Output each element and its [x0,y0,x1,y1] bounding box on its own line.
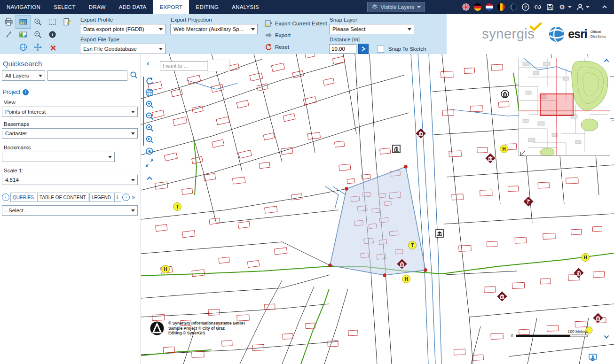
svg-text:H: H [164,267,167,272]
collapse-ribbon-icon[interactable] [600,3,608,11]
menu-tab-add-data[interactable]: ADD DATA [112,0,153,14]
flag-germany-icon[interactable] [474,3,481,11]
export-profile-dropdown[interactable]: Data export plots (FGDB) [80,24,165,34]
i-want-to-extra-box[interactable] [207,60,230,71]
tab-truncated[interactable]: L [114,193,122,202]
info-tool-icon[interactable]: i [45,28,60,41]
poi-diamond-markers[interactable] [397,129,603,323]
view-value: Points of Interest [5,109,46,115]
menu-tab-editing[interactable]: EDITING [189,0,225,14]
export-file-type-dropdown[interactable]: Esri File Geodatabase [80,44,165,54]
globe-tool-icon[interactable] [16,41,31,54]
search-icon[interactable] [130,71,138,81]
reset-button[interactable]: Reset [265,42,331,52]
svg-text:T: T [176,204,179,209]
svg-text:T: T [411,243,414,248]
settings-gear-icon[interactable]: ⚙ [558,3,566,11]
select-rectangle-icon[interactable] [45,15,60,28]
distance-input[interactable] [329,44,356,54]
selected-export-polygon[interactable] [329,165,427,277]
layers-icon [371,4,378,10]
tabs-scroll-right-icon[interactable]: › [122,194,130,201]
export-current-extent-button[interactable]: Export Current Extent [265,18,331,29]
zoom-out-icon[interactable] [144,111,155,121]
link-icon[interactable] [534,3,542,11]
previous-extent-icon[interactable] [144,123,155,133]
quicksearch-input[interactable] [47,70,127,81]
tab-table-of-content[interactable]: TABLE OF CONTENT [37,193,88,202]
globe-icon[interactable] [144,87,155,98]
svg-text:H: H [502,147,505,152]
tabs-scroll-left-icon[interactable]: ‹ [2,194,9,201]
view-dropdown[interactable]: Points of Interest [2,107,138,117]
tabs-overflow-icon[interactable]: » [132,194,135,201]
panel-chevron-up-icon[interactable] [603,57,610,66]
next-extent-icon[interactable] [144,134,155,145]
tab-queries[interactable]: QUERIES [10,193,36,202]
flag-netherlands-icon[interactable] [486,3,493,11]
app-window: NAVIGATION SELECT DRAW ADD DATA EXPORT E… [0,0,614,364]
pan-arrows-icon[interactable] [1,28,16,41]
apply-distance-button[interactable] [358,44,369,54]
logo-area: synergis esri Official Distributor [447,14,614,54]
move-tool-icon[interactable] [31,41,45,54]
export-file-type-value: Esri File Geodatabase [83,46,137,52]
menu-tab-analysis[interactable]: ANALYSIS [225,0,266,14]
snap-layer-dropdown[interactable]: Please Select [329,24,414,34]
night-mode-icon[interactable] [509,3,517,11]
session-user-icon[interactable] [589,354,597,363]
menu-tab-select[interactable]: SELECT [47,0,82,14]
i-want-to-button[interactable]: I want to ... [160,61,209,70]
panel-tabs: ‹ QUERIES TABLE OF CONTENT LEGEND L › » [2,193,139,202]
basemaps-value: Cadaster [5,131,27,136]
overview-resize-icon[interactable] [520,150,526,158]
attribution-line3: Editing © SynerGIS [168,331,205,335]
print-icon[interactable] [1,15,16,28]
delete-sketch-icon[interactable] [45,41,60,54]
snap-to-sketch-checkbox[interactable] [377,46,384,53]
export-profile-section: Export Profile Data export plots (FGDB) … [80,14,165,54]
zoom-in-icon[interactable] [144,99,155,109]
collapse-panel-icon[interactable]: ‹ [147,59,150,68]
scale-bar: 0. 100 Meters [511,329,588,338]
refresh-icon[interactable] [144,76,155,86]
menu-tab-navigation[interactable]: NAVIGATION [0,0,47,14]
flag-uk-icon[interactable] [462,3,470,11]
map-toolbar [144,76,155,184]
scale-distance-label: 100 Meters [567,329,588,334]
map-viewport[interactable]: T H T H H H © SynerGIS Informationssyste… [141,54,614,364]
overview-map[interactable] [519,58,610,156]
expand-extent-icon[interactable] [144,158,155,168]
panel-chevron-down-icon[interactable] [603,333,610,342]
tab-legend[interactable]: LEGEND [89,193,113,202]
help-icon[interactable]: ? [521,3,529,11]
flag-belgium-icon[interactable] [497,3,505,11]
toolbar-collapse-up-icon[interactable] [144,173,155,184]
full-extent-icon[interactable] [144,146,155,156]
export-map-tool-icon[interactable] [16,15,31,28]
query-select-dropdown[interactable]: - Select - [2,205,138,216]
esri-globe-icon [549,26,565,42]
export-extent-icon [265,20,272,27]
zoom-in-tool-icon[interactable] [31,15,45,28]
zoom-out-tool-icon[interactable] [31,28,45,41]
search-layer-dropdown[interactable]: All Layers [2,70,45,81]
bookmarks-dropdown[interactable] [2,152,115,162]
esri-subtitle: Official Distributor [590,30,606,39]
basemaps-dropdown[interactable]: Cadaster [2,128,138,139]
basemap-tool-icon[interactable] [16,28,31,41]
export-projection-dropdown[interactable]: Web Mercator (Auxiliary Sp... [170,24,258,34]
export-sketch-icon[interactable] [60,15,74,28]
menu-tab-export[interactable]: EXPORT [153,0,189,14]
export-button[interactable]: Export [265,30,331,40]
attribution-line2: Sample Project © City of Graz [168,326,225,331]
project-info-icon[interactable]: i [23,89,29,95]
scale-dropdown[interactable]: 4,514 [2,175,138,185]
svg-text:H: H [583,255,587,260]
user-account-icon[interactable] [576,3,584,11]
sidebar: Quicksearch All Layers Project i View Po… [0,54,141,364]
visible-layers-dropdown[interactable]: Visible Layers [367,2,425,12]
export-file-type-label: Export File Type [80,37,165,42]
save-icon[interactable] [546,3,554,11]
menu-tab-draw[interactable]: DRAW [82,0,112,14]
